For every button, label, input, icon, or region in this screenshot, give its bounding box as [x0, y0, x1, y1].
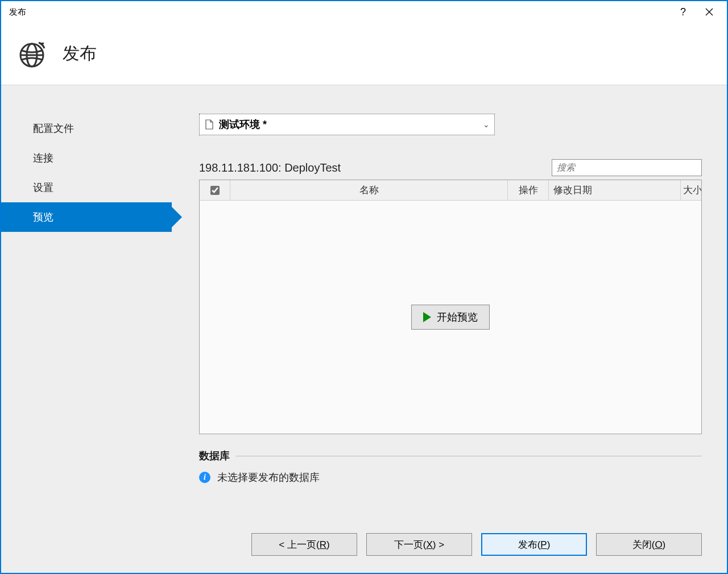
close-icon	[705, 8, 713, 16]
sidebar-item-connection[interactable]: 连接	[1, 143, 172, 173]
page-title: 发布	[63, 42, 97, 65]
preview-grid: 名称 操作 修改日期 大小 开始预览	[199, 180, 702, 434]
grid-col-name[interactable]: 名称	[230, 180, 508, 200]
info-icon: i	[199, 472, 210, 483]
grid-col-checkbox[interactable]	[200, 180, 230, 200]
grid-col-date[interactable]: 修改日期	[549, 180, 681, 200]
grid-col-operation[interactable]: 操作	[508, 180, 549, 200]
sidebar: 配置文件 连接 设置 预览	[1, 85, 172, 573]
dialog-body: 配置文件 连接 设置 预览 测试环境 * ⌄ 198.11.181.100: D	[1, 85, 727, 573]
server-label: 198.11.181.100: DeployTest	[199, 161, 552, 174]
publish-button[interactable]: 发布(P)	[481, 533, 587, 556]
database-heading: 数据库	[199, 449, 230, 463]
database-heading-row: 数据库	[199, 449, 702, 463]
start-preview-button[interactable]: 开始预览	[411, 305, 490, 330]
grid-header: 名称 操作 修改日期 大小	[200, 180, 701, 201]
play-icon	[423, 312, 431, 322]
chevron-down-icon: ⌄	[483, 120, 490, 129]
profile-dropdown[interactable]: 测试环境 * ⌄	[199, 114, 495, 135]
window-title: 发布	[9, 7, 670, 18]
next-button[interactable]: 下一页(X) >	[366, 533, 472, 556]
sidebar-item-label: 预览	[33, 210, 53, 224]
main-panel: 测试环境 * ⌄ 198.11.181.100: DeployTest 名称 操…	[172, 85, 727, 573]
search-input[interactable]	[552, 159, 702, 176]
start-preview-label: 开始预览	[437, 310, 478, 324]
profile-selected-label: 测试环境 *	[219, 118, 267, 131]
titlebar: 发布 ?	[1, 1, 727, 23]
close-button[interactable]: 关闭(O)	[596, 533, 702, 556]
document-icon	[204, 119, 214, 130]
database-section: 数据库 i 未选择要发布的数据库	[199, 449, 702, 484]
sidebar-item-label: 连接	[33, 151, 53, 165]
server-row: 198.11.181.100: DeployTest	[199, 159, 702, 176]
divider	[235, 456, 702, 456]
help-button[interactable]: ?	[670, 3, 696, 20]
sidebar-item-label: 设置	[33, 181, 53, 194]
header: 发布	[1, 23, 727, 85]
grid-col-size[interactable]: 大小	[681, 180, 701, 200]
database-info-text: 未选择要发布的数据库	[217, 471, 320, 484]
select-all-checkbox[interactable]	[210, 186, 220, 195]
database-info-row: i 未选择要发布的数据库	[199, 471, 702, 484]
prev-button[interactable]: < 上一页(R)	[251, 533, 357, 556]
publish-dialog: 发布 ? 发布 配置文件 连接	[0, 0, 728, 574]
sidebar-item-label: 配置文件	[33, 122, 74, 135]
sidebar-item-preview[interactable]: 预览	[1, 202, 172, 232]
publish-globe-icon	[17, 39, 47, 69]
sidebar-item-settings[interactable]: 设置	[1, 173, 172, 202]
close-window-button[interactable]	[696, 3, 722, 20]
footer: < 上一页(R) 下一页(X) > 发布(P) 关闭(O)	[199, 522, 702, 573]
grid-body: 开始预览	[200, 201, 701, 434]
sidebar-item-profile[interactable]: 配置文件	[1, 114, 172, 143]
